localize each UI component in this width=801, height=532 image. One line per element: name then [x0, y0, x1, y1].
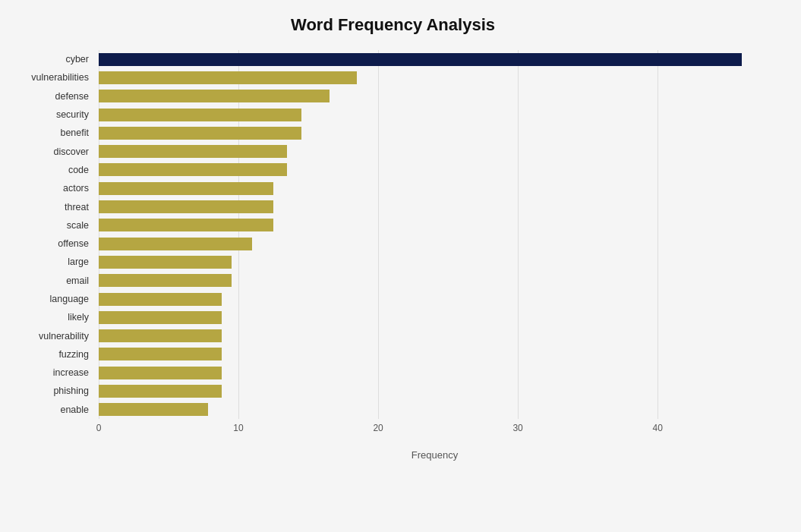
x-tick: 40 — [652, 423, 662, 433]
bar-row: offense — [99, 235, 755, 253]
bar-label: likely — [11, 312, 95, 323]
bar-label: language — [11, 294, 95, 304]
chart-area: cybervulnerabilitiesdefensesecuritybenef… — [15, 50, 771, 461]
bar-wrap — [99, 385, 755, 398]
bar-wrap — [99, 311, 755, 324]
bar-row: scale — [99, 216, 755, 235]
bar — [99, 109, 301, 121]
bar-label: scale — [11, 220, 95, 231]
bar — [99, 145, 287, 158]
bar-row: actors — [99, 179, 755, 197]
bar — [99, 163, 287, 176]
bar — [99, 90, 330, 102]
x-tick: 30 — [512, 423, 522, 433]
bar-row: email — [99, 272, 755, 290]
bar — [99, 53, 742, 66]
bar — [99, 127, 301, 140]
chart-title: Word Frequency Analysis — [15, 15, 771, 35]
bar-wrap — [99, 71, 755, 84]
chart-container: Word Frequency Analysis cybervulnerabili… — [0, 0, 801, 532]
bar-row: phishing — [99, 382, 755, 400]
bar — [99, 274, 232, 287]
bar — [99, 71, 357, 84]
bar-label: offense — [11, 238, 95, 249]
bar-row: likely — [99, 308, 755, 326]
bar-label: increase — [11, 367, 95, 378]
x-axis-label: Frequency — [99, 449, 771, 461]
bar-row: defense — [99, 87, 755, 105]
bar-wrap — [99, 127, 755, 140]
bar-wrap — [99, 163, 755, 176]
bar-label: vulnerability — [11, 331, 95, 342]
bar-wrap — [99, 200, 755, 213]
bar-label: security — [11, 109, 95, 120]
bar-label: discover — [11, 146, 95, 157]
bar-label: cyber — [11, 54, 95, 65]
bar-label: code — [11, 165, 95, 175]
bar — [99, 311, 222, 324]
bar — [99, 367, 222, 379]
bar-label: email — [11, 275, 95, 286]
bar-wrap — [99, 219, 755, 231]
bar-row: large — [99, 253, 755, 271]
bar-wrap — [99, 238, 755, 250]
rows-area: cybervulnerabilitiesdefensesecuritybenef… — [99, 50, 755, 419]
bar-row: cyber — [99, 50, 755, 68]
bar-row: threat — [99, 197, 755, 216]
bar-row: security — [99, 105, 755, 124]
bar-row: vulnerability — [99, 326, 755, 345]
bar-wrap — [99, 109, 755, 121]
bar-wrap — [99, 348, 755, 360]
bar — [99, 200, 273, 213]
bar-label: vulnerabilities — [11, 72, 95, 83]
bar-wrap — [99, 274, 755, 287]
bar-label: fuzzing — [11, 349, 95, 360]
bar-label: defense — [11, 91, 95, 102]
bar-row: fuzzing — [99, 345, 755, 364]
bar-wrap — [99, 145, 755, 158]
bar-row: language — [99, 290, 755, 308]
bar-wrap — [99, 182, 755, 195]
bar — [99, 293, 222, 306]
bar-row: increase — [99, 364, 755, 382]
bar-wrap — [99, 367, 755, 379]
bar — [99, 219, 273, 231]
bar-wrap — [99, 90, 755, 102]
bar-wrap — [99, 329, 755, 342]
bar — [99, 256, 232, 269]
bar-label: threat — [11, 202, 95, 212]
bar-row: benefit — [99, 124, 755, 142]
bar-row: vulnerabilities — [99, 68, 755, 87]
bar-wrap — [99, 403, 755, 416]
bar-wrap — [99, 293, 755, 306]
x-tick: 0 — [96, 423, 102, 433]
bar — [99, 238, 252, 250]
bar-row: discover — [99, 142, 755, 160]
bar — [99, 403, 208, 416]
bar-wrap — [99, 53, 755, 66]
bar-row: enable — [99, 401, 755, 419]
bar-label: actors — [11, 183, 95, 194]
x-tick: 20 — [373, 423, 383, 433]
bar-wrap — [99, 256, 755, 269]
bar — [99, 182, 273, 195]
bar-label: large — [11, 257, 95, 267]
bar — [99, 385, 222, 398]
x-tick: 10 — [233, 423, 243, 433]
bar — [99, 348, 222, 360]
bar-label: enable — [11, 405, 95, 415]
x-axis: 010203040 — [99, 423, 755, 445]
bar — [99, 329, 222, 342]
bar-row: code — [99, 161, 755, 179]
bar-label: benefit — [11, 127, 95, 138]
bar-chart: cybervulnerabilitiesdefensesecuritybenef… — [99, 50, 755, 419]
bar-label: phishing — [11, 386, 95, 396]
